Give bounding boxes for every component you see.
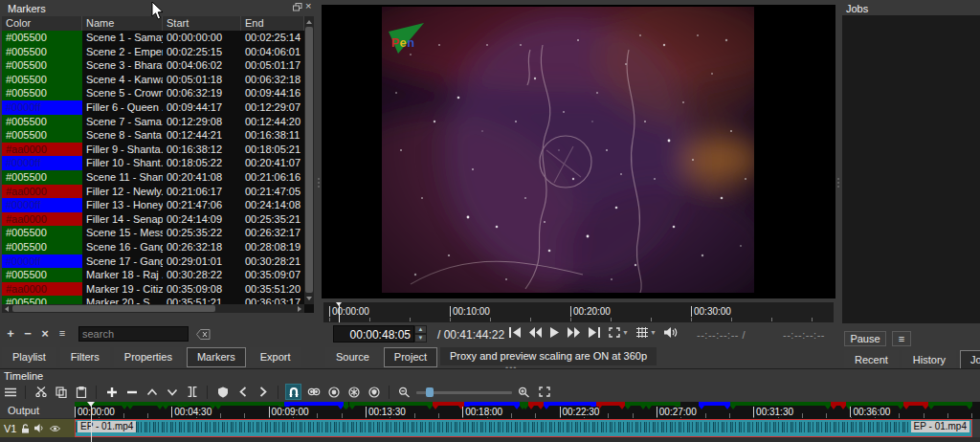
marker-row[interactable]: #aa0000Filler 12 - Newly...00:21:06:1700… bbox=[2, 185, 304, 199]
marker-row[interactable]: #005500Marker 20 - S...00:35:51:2100:36:… bbox=[2, 296, 304, 304]
horizontal-scroll-thumb[interactable] bbox=[12, 305, 215, 312]
marker-row[interactable]: #005500Scene 11 - Shan...00:20:41:0800:2… bbox=[2, 170, 304, 185]
marker-row[interactable]: #005500Scene 3 - Bharat...00:04:06:0200:… bbox=[2, 58, 304, 73]
zoom-dropdown-icon[interactable]: ▼ bbox=[622, 329, 629, 336]
jobs-tab-history[interactable]: History bbox=[902, 350, 956, 370]
previous-marker-button[interactable] bbox=[234, 384, 251, 400]
lock-icon[interactable] bbox=[21, 424, 30, 433]
zoom-out-button[interactable] bbox=[396, 384, 412, 400]
timeline-marker-range[interactable] bbox=[284, 402, 344, 406]
lift-button[interactable] bbox=[144, 384, 160, 400]
timeline-playhead[interactable] bbox=[91, 402, 92, 442]
player-scrubber[interactable]: 00:00:0000:10:0000:20:0000:30:00 bbox=[323, 301, 834, 322]
append-button[interactable] bbox=[103, 384, 120, 400]
marker-row[interactable]: #0000ffFiller 10 - Shant...00:18:05:2200… bbox=[2, 156, 304, 170]
skip-to-start-button[interactable] bbox=[509, 327, 522, 338]
tab-markers[interactable]: Markers bbox=[187, 347, 246, 367]
marker-row[interactable]: #005500Marker 18 - Raj ...00:30:28:2200:… bbox=[2, 268, 304, 282]
play-button[interactable] bbox=[550, 327, 560, 338]
copy-button[interactable] bbox=[53, 384, 69, 400]
marker-row[interactable]: #005500Scene 1 - Samay00:00:00:0000:02:2… bbox=[2, 31, 304, 45]
jobs-tab-recent[interactable]: Recent bbox=[844, 350, 899, 370]
marker-button[interactable] bbox=[214, 384, 231, 400]
timeline-marker-range[interactable] bbox=[544, 402, 596, 406]
volume-button[interactable] bbox=[664, 327, 679, 338]
timeline-menu-button[interactable] bbox=[2, 384, 18, 400]
snap-toggle-button[interactable] bbox=[285, 384, 301, 400]
timeline-clip[interactable]: EP - 01.mp4 EP - 01.mp4 bbox=[75, 419, 972, 437]
marker-row[interactable]: #aa0000Filler 14 - Senap...00:24:14:0900… bbox=[2, 212, 304, 227]
paste-button[interactable] bbox=[73, 384, 89, 400]
marker-row[interactable]: #005500Scene 5 - Crown...00:06:32:1900:0… bbox=[2, 86, 304, 100]
tab-export[interactable]: Export bbox=[250, 347, 301, 367]
grid-button[interactable]: ▼ bbox=[636, 327, 657, 338]
remove-marker-button[interactable]: − bbox=[19, 326, 36, 342]
overwrite-button[interactable] bbox=[164, 384, 180, 400]
timeline-marker-range[interactable] bbox=[75, 402, 127, 406]
jobs-tab-jobs[interactable]: Jobs bbox=[960, 350, 980, 370]
fast-forward-button[interactable] bbox=[568, 327, 581, 338]
clear-search-icon[interactable] bbox=[196, 329, 211, 340]
scrubber-playhead[interactable] bbox=[339, 302, 340, 322]
scroll-down-icon[interactable] bbox=[306, 297, 312, 300]
marker-row[interactable]: #0000ffFiller 6 - Queen ...00:09:44:1700… bbox=[2, 100, 304, 115]
ripple-delete-button[interactable] bbox=[123, 384, 140, 400]
marker-row[interactable]: #005500Scene 15 - Mess...00:25:35:2200:2… bbox=[2, 226, 304, 240]
jobs-menu-button[interactable]: ≡ bbox=[892, 331, 911, 346]
zoom-in-button[interactable] bbox=[516, 384, 532, 400]
spin-down-icon[interactable]: ▼ bbox=[414, 334, 427, 343]
toggle-zoom-button[interactable]: ▼ bbox=[609, 327, 629, 338]
timeline-marker-range[interactable] bbox=[730, 402, 831, 406]
pause-jobs-button[interactable]: Pause bbox=[844, 331, 886, 346]
marker-row[interactable]: #0000ffFiller 13 - Honey...00:21:47:0600… bbox=[2, 198, 304, 212]
timeline-marker-range[interactable] bbox=[215, 402, 284, 406]
ripple-all-tracks-button[interactable] bbox=[345, 384, 362, 400]
hide-icon[interactable] bbox=[50, 425, 60, 432]
player-tab-source[interactable]: Source bbox=[325, 347, 380, 367]
marker-row[interactable]: #005500Scene 8 - Santa...00:12:44:2100:1… bbox=[2, 128, 304, 143]
timeline-marker-range[interactable] bbox=[349, 402, 434, 406]
scrub-while-dragging-button[interactable] bbox=[305, 384, 322, 400]
undock-icon[interactable] bbox=[293, 3, 302, 11]
grid-dropdown-icon[interactable]: ▼ bbox=[650, 329, 657, 336]
ripple-toggle-button[interactable] bbox=[325, 384, 342, 400]
skip-to-end-button[interactable] bbox=[589, 327, 601, 338]
vertical-scrollbar[interactable] bbox=[304, 16, 314, 304]
split-button[interactable] bbox=[184, 384, 200, 400]
player-tab-project[interactable]: Project bbox=[384, 347, 437, 367]
timeline-playhead-head[interactable] bbox=[87, 402, 95, 407]
scroll-right-icon[interactable] bbox=[298, 306, 301, 312]
marker-row[interactable]: #005500Scene 4 - Kanwa...00:05:01:1800:0… bbox=[2, 73, 304, 87]
timeline-ruler[interactable]: 00:00:0000:04:3000:09:0000:13:3000:18:00… bbox=[75, 402, 980, 419]
tab-playlist[interactable]: Playlist bbox=[2, 347, 56, 367]
remove-all-markers-button[interactable]: × bbox=[36, 326, 54, 342]
markers-menu-button[interactable]: ≡ bbox=[54, 326, 71, 342]
column-header-color[interactable]: Color bbox=[2, 16, 82, 31]
tab-filters[interactable]: Filters bbox=[60, 347, 110, 367]
cut-button[interactable] bbox=[33, 384, 49, 400]
search-input[interactable] bbox=[78, 326, 189, 342]
close-icon[interactable]: × bbox=[305, 2, 311, 11]
ripple-markers-button[interactable] bbox=[366, 384, 382, 400]
spin-up-icon[interactable]: ▲ bbox=[414, 325, 427, 334]
splitter-handle[interactable] bbox=[836, 172, 839, 193]
marker-row[interactable]: #005500Scene 2 - Emper...00:02:25:1500:0… bbox=[2, 45, 304, 59]
timeline-marker-range[interactable] bbox=[464, 402, 520, 406]
track-header-v1[interactable]: V1 bbox=[0, 419, 75, 437]
splitter-handle[interactable] bbox=[317, 172, 320, 193]
next-marker-button[interactable] bbox=[255, 384, 271, 400]
mute-icon[interactable] bbox=[34, 424, 45, 432]
output-track-header[interactable]: Output bbox=[0, 402, 75, 419]
column-header-start[interactable]: Start bbox=[163, 16, 241, 31]
marker-row[interactable]: #aa0000Filler 9 - Shanta...00:16:38:1200… bbox=[2, 143, 304, 157]
horizontal-scrollbar[interactable] bbox=[2, 304, 304, 313]
timeline-marker-range[interactable] bbox=[846, 402, 903, 406]
add-marker-button[interactable]: + bbox=[2, 326, 19, 342]
marker-row[interactable]: #aa0000Marker 19 - Citiz...00:35:09:0800… bbox=[2, 282, 304, 297]
vertical-scroll-thumb[interactable] bbox=[305, 27, 313, 293]
rewind-button[interactable] bbox=[529, 327, 543, 338]
timeline-zoom-slider[interactable] bbox=[416, 385, 512, 400]
zoom-slider-handle[interactable] bbox=[426, 387, 434, 397]
marker-row[interactable]: #0000ffScene 17 - Gang...00:29:01:0100:3… bbox=[2, 254, 304, 269]
current-position-field[interactable]: 00:00:48:05 bbox=[333, 325, 414, 343]
